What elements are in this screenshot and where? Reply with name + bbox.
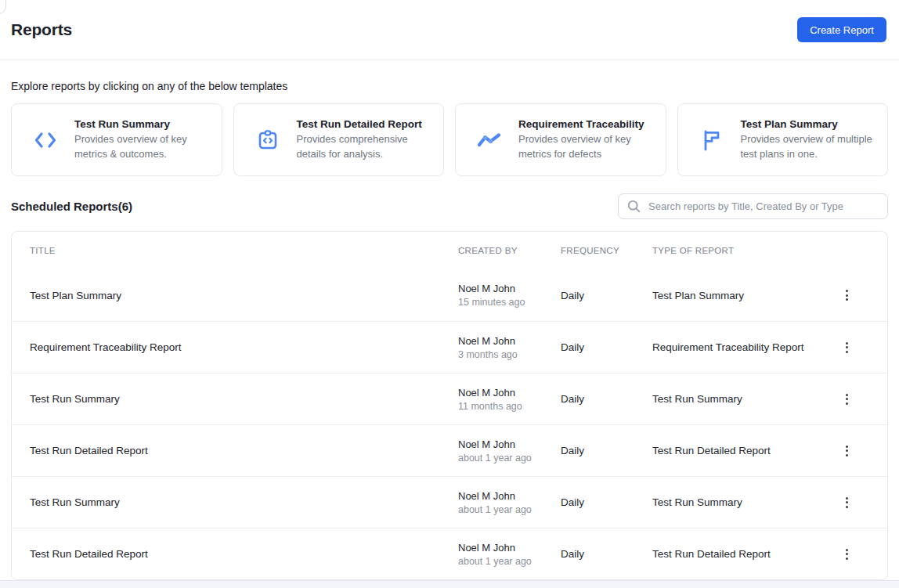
report-type-value: Test Run Summary [652,496,839,508]
row-menu-kebab-icon[interactable] [839,493,854,512]
row-actions-cell [839,390,888,409]
created-timestamp: about 1 year ago [458,453,561,464]
frequency-value: Daily [561,341,652,353]
column-header-frequency: FREQUENCY [561,246,652,255]
created-by-cell: Noel M John about 1 year ago [458,490,561,515]
page-bottom-edge [0,580,899,588]
row-menu-kebab-icon[interactable] [839,286,854,305]
row-actions-cell [839,545,888,564]
created-by-cell: Noel M John about 1 year ago [458,438,561,464]
frequency-value: Daily [561,290,652,301]
created-timestamp: about 1 year ago [458,556,561,567]
search-box [618,193,888,219]
template-card-title: Test Run Summary [74,118,211,130]
template-card-description: Provides comprehensive details for analy… [297,132,433,162]
report-type-value: Test Run Detailed Report [652,445,839,456]
row-menu-kebab-icon[interactable] [839,390,854,409]
create-report-button[interactable]: Create Report [797,17,886,42]
template-card-description: Provides overview of multiple test plans… [741,132,877,162]
template-cards-row: Test Run Summary Provides overview of ke… [11,103,888,176]
report-title: Test Run Detailed Report [12,548,458,560]
creator-name: Noel M John [458,283,561,294]
column-header-created-by: CREATED BY [458,246,561,255]
template-card-requirement-traceability[interactable]: Requirement Traceability Provides overvi… [455,103,666,176]
page-header: Reports Create Report [0,0,899,60]
created-timestamp: 15 minutes ago [458,297,561,308]
row-actions-cell [839,442,888,460]
template-card-test-plan-summary[interactable]: Test Plan Summary Provides overview of m… [677,103,889,176]
scheduled-reports-heading: Scheduled Reports(6) [11,200,132,213]
table-row[interactable]: Test Run Summary Noel M John about 1 yea… [12,476,887,528]
report-type-value: Test Run Summary [652,393,839,405]
created-timestamp: about 1 year ago [458,504,561,515]
column-header-type-of-report: TYPE OF REPORT [652,246,839,255]
column-header-title: TITLE [12,246,458,255]
template-card-test-run-summary[interactable]: Test Run Summary Provides overview of ke… [11,103,222,176]
table-header-row: TITLE CREATED BY FREQUENCY TYPE OF REPOR… [12,232,887,269]
template-card-title: Test Run Detailed Report [297,118,433,130]
report-title: Requirement Traceability Report [12,341,458,353]
frequency-value: Daily [561,496,652,508]
created-by-cell: Noel M John 15 minutes ago [458,283,561,308]
report-title: Test Run Summary [12,496,458,508]
template-card-title: Requirement Traceability [518,118,655,130]
row-actions-cell [839,338,888,357]
flag-icon [699,129,725,151]
table-row[interactable]: Test Run Detailed Report Noel M John abo… [12,528,887,579]
code-icon [32,131,59,150]
creator-name: Noel M John [458,335,561,347]
clipboard-code-icon [255,128,281,152]
frequency-value: Daily [561,548,652,560]
trend-line-icon [476,132,503,149]
creator-name: Noel M John [458,387,561,399]
template-card-title: Test Plan Summary [741,118,877,130]
scheduled-reports-bar: Scheduled Reports(6) [11,193,888,219]
created-by-cell: Noel M John 3 months ago [458,335,561,360]
creator-name: Noel M John [458,438,561,450]
page-title: Reports [11,20,72,39]
report-type-value: Test Plan Summary [652,290,839,301]
report-title: Test Plan Summary [12,290,458,301]
creator-name: Noel M John [458,542,561,554]
scheduled-reports-table: TITLE CREATED BY FREQUENCY TYPE OF REPOR… [11,231,888,580]
table-row[interactable]: Requirement Traceability Report Noel M J… [12,321,887,373]
template-card-test-run-detailed-report[interactable]: Test Run Detailed Report Provides compre… [233,103,445,176]
created-by-cell: Noel M John about 1 year ago [458,542,561,567]
table-body: Test Plan Summary Noel M John 15 minutes… [12,269,887,579]
template-card-description: Provides overview of key metrics & outco… [74,132,211,162]
frequency-value: Daily [561,393,652,405]
row-menu-kebab-icon[interactable] [839,338,854,357]
report-type-value: Test Run Detailed Report [652,548,839,560]
report-title: Test Run Detailed Report [12,445,458,456]
row-actions-cell [839,493,888,512]
report-type-value: Requirement Traceability Report [652,341,839,353]
search-input[interactable] [618,193,888,219]
row-menu-kebab-icon[interactable] [839,545,854,564]
creator-name: Noel M John [458,490,561,502]
table-row[interactable]: Test Run Detailed Report Noel M John abo… [12,424,887,476]
template-card-description: Provides overview of key metrics for def… [518,132,655,162]
created-by-cell: Noel M John 11 months ago [458,387,561,412]
created-timestamp: 3 months ago [458,349,561,360]
templates-intro-text: Explore reports by clicking on any of th… [11,80,888,92]
row-menu-kebab-icon[interactable] [839,442,854,460]
row-actions-cell [839,286,888,305]
table-row[interactable]: Test Plan Summary Noel M John 15 minutes… [12,269,887,321]
frequency-value: Daily [561,445,652,456]
report-title: Test Run Summary [12,393,458,405]
table-row[interactable]: Test Run Summary Noel M John 11 months a… [12,373,887,424]
created-timestamp: 11 months ago [458,401,561,412]
